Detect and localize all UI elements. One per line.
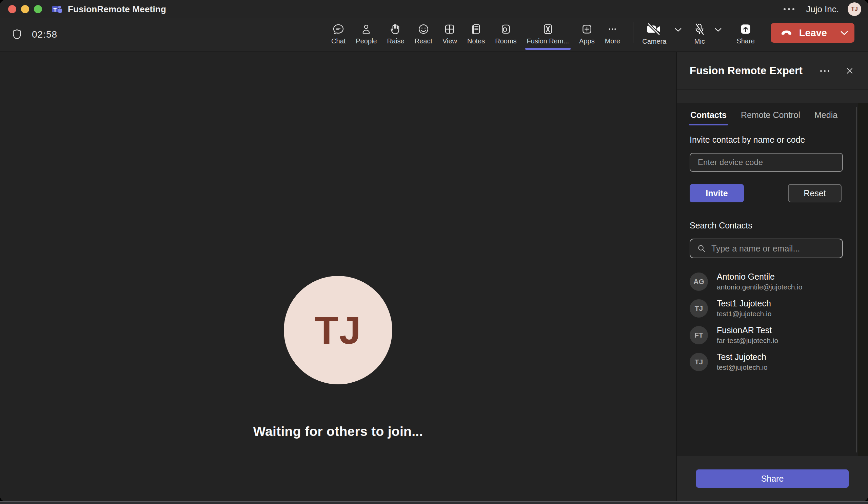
camera-toggle-button[interactable]: Camera [641, 21, 667, 49]
tab-media[interactable]: Media [814, 107, 838, 125]
invite-button[interactable]: Invite [690, 184, 744, 202]
panel-scrollbar-thumb[interactable] [856, 107, 857, 452]
teams-logo-icon [52, 4, 62, 14]
org-name: Jujo Inc. [806, 4, 839, 14]
close-window-button[interactable] [8, 5, 16, 13]
contact-name: Test Jujotech [717, 352, 768, 362]
contact-row[interactable]: FT FusionAR Test far-test@jujotech.io [690, 322, 843, 348]
invite-actions: Invite Reset [690, 184, 841, 202]
contact-avatar: FT [690, 326, 708, 344]
share-screen-button[interactable]: Share [732, 21, 759, 49]
contact-row[interactable]: TJ Test Jujotech test@jujotech.io [690, 349, 843, 375]
hang-up-phone-icon [779, 28, 794, 38]
more-icon [606, 23, 619, 35]
react-button[interactable]: React [410, 21, 437, 49]
contact-avatar: TJ [690, 299, 708, 318]
people-button[interactable]: People [351, 21, 381, 49]
camera-options-chevron-icon[interactable] [673, 26, 683, 35]
device-code-input[interactable] [690, 153, 843, 172]
panel-title: Fusion Remote Expert [690, 65, 803, 77]
contact-row[interactable]: TJ Test1 Jujotech test1@jujotech.io [690, 295, 843, 321]
camera-off-icon [646, 23, 663, 35]
invite-section-label: Invite contact by name or code [690, 135, 843, 145]
view-icon [443, 23, 456, 35]
participant-avatar: TJ [284, 276, 392, 384]
notes-button[interactable]: Notes [463, 21, 489, 49]
chat-icon [332, 23, 345, 35]
contact-email: test@jujotech.io [717, 363, 768, 371]
tab-contacts[interactable]: Contacts [690, 107, 727, 125]
panel-close-icon[interactable] [841, 63, 858, 79]
panel-share-button[interactable]: Share [696, 470, 849, 488]
search-section-label: Search Contacts [690, 221, 843, 230]
camera-control: Camera [641, 21, 683, 49]
mic-options-chevron-icon[interactable] [713, 26, 723, 35]
react-icon [417, 23, 430, 35]
contact-search-box [690, 239, 843, 258]
meeting-window: FusionRemote Meeting Jujo Inc. TJ 02:58 [0, 0, 868, 501]
fusion-remote-expert-panel: Fusion Remote Expert Contacts Remote Con… [676, 52, 868, 501]
user-avatar[interactable]: TJ [848, 2, 861, 16]
panel-content: Contacts Remote Control Media Invite con… [677, 103, 868, 456]
window-title: FusionRemote Meeting [68, 4, 166, 14]
apps-icon [580, 23, 593, 35]
leave-options-chevron-icon[interactable] [834, 23, 855, 43]
more-button[interactable]: More [600, 21, 625, 49]
fusion-remote-app-button[interactable]: Fusion Rem... [523, 21, 574, 49]
shield-icon [11, 29, 23, 41]
fusion-remote-icon [541, 23, 554, 35]
waiting-message: Waiting for others to join... [0, 424, 676, 439]
background-window-edge [0, 501, 868, 504]
traffic-lights [8, 5, 42, 13]
search-icon [696, 243, 706, 253]
toolbar-divider [633, 22, 633, 43]
raise-hand-button[interactable]: Raise [383, 21, 409, 49]
panel-footer: Share [677, 456, 868, 501]
meeting-timer: 02:58 [11, 29, 57, 41]
leave-button[interactable]: Leave [771, 23, 855, 43]
notes-icon [469, 23, 483, 35]
toolbar-buttons: Chat People Raise [327, 21, 624, 49]
rooms-button[interactable]: Rooms [490, 21, 521, 49]
people-icon [360, 23, 373, 35]
titlebar-more-icon[interactable] [781, 6, 797, 13]
contact-avatar: TJ [690, 353, 708, 371]
meeting-toolbar: 02:58 Chat People Rai [0, 18, 868, 52]
mic-control: Mic [692, 21, 723, 49]
raise-hand-icon [389, 23, 402, 35]
contact-search-input[interactable] [711, 244, 836, 253]
meeting-stage: TJ Waiting for others to join... [0, 52, 676, 501]
leave-label: Leave [799, 28, 827, 39]
chat-button[interactable]: Chat [327, 21, 350, 49]
mic-off-icon [693, 23, 706, 35]
rooms-icon [499, 23, 512, 35]
zoom-window-button[interactable] [34, 5, 42, 13]
apps-button[interactable]: Apps [575, 21, 599, 49]
timer-text: 02:58 [32, 29, 57, 40]
contact-name: Test1 Jujotech [717, 298, 771, 308]
minimize-window-button[interactable] [21, 5, 29, 13]
mic-toggle-button[interactable]: Mic [692, 21, 707, 49]
contact-list: AG Antonio Gentile antonio.gentile@jujot… [690, 269, 843, 375]
panel-header: Fusion Remote Expert [677, 52, 868, 90]
contact-row[interactable]: AG Antonio Gentile antonio.gentile@jujot… [690, 269, 843, 295]
contact-email: test1@jujotech.io [717, 310, 771, 318]
contact-email: antonio.gentile@jujotech.io [717, 283, 803, 291]
reset-button[interactable]: Reset [788, 184, 841, 202]
contact-name: Antonio Gentile [717, 272, 803, 282]
contact-email: far-test@jujotech.io [717, 337, 778, 345]
titlebar: FusionRemote Meeting Jujo Inc. TJ [0, 0, 868, 18]
contact-avatar: AG [690, 273, 708, 291]
panel-header-divider [677, 90, 868, 90]
panel-tabs: Contacts Remote Control Media [690, 107, 843, 125]
app-identity: FusionRemote Meeting [52, 4, 166, 14]
contact-name: FusionAR Test [717, 325, 778, 335]
tab-remote-control[interactable]: Remote Control [740, 107, 801, 125]
panel-scrollbar-track[interactable] [858, 103, 868, 456]
share-screen-icon [739, 23, 752, 35]
view-button[interactable]: View [438, 21, 462, 49]
panel-more-icon[interactable] [817, 67, 832, 75]
